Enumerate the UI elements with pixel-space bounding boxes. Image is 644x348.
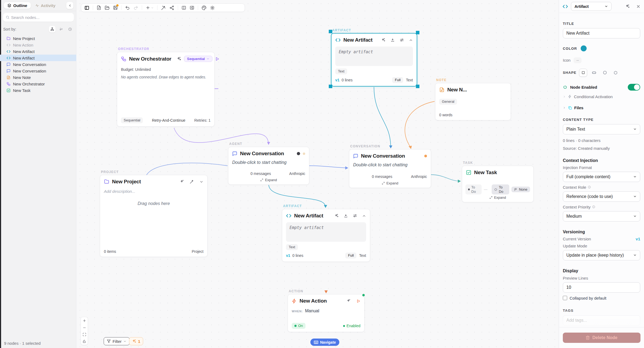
expand-button[interactable]: Expand bbox=[349, 181, 431, 185]
sort-hierarchy-button[interactable] bbox=[49, 26, 55, 32]
add-node-button[interactable] bbox=[146, 5, 154, 10]
node-task[interactable]: TASK New Task To Do — To Do None Expand bbox=[462, 166, 534, 202]
artifact-content-placeholder[interactable]: Empty artifact bbox=[335, 47, 413, 66]
files-label[interactable]: Files bbox=[574, 105, 583, 110]
lock-button[interactable] bbox=[83, 340, 86, 343]
priority-chip[interactable]: None bbox=[511, 187, 530, 193]
undo-icon[interactable] bbox=[125, 5, 130, 10]
delete-node-button[interactable]: Delete Node bbox=[563, 333, 640, 343]
tab-outline[interactable]: Outline bbox=[4, 2, 31, 9]
download-icon[interactable] bbox=[344, 214, 348, 218]
color-swatch[interactable] bbox=[581, 45, 587, 51]
ai-suggestions-button[interactable]: 1 bbox=[129, 337, 143, 345]
selection-handle[interactable] bbox=[329, 85, 332, 88]
navigate-button[interactable]: Navigate bbox=[310, 339, 339, 346]
artifact-content-placeholder[interactable]: Empty artifact bbox=[286, 222, 366, 242]
mode-select[interactable]: Sequential bbox=[184, 56, 212, 62]
sparkles-icon[interactable] bbox=[180, 180, 184, 184]
injection-format-select[interactable]: Full (complete content) bbox=[563, 172, 640, 182]
sidebar-toggle-icon[interactable] bbox=[84, 5, 89, 10]
node-artifact[interactable]: ARTIFACT New Artifact Empty artifact Tex… bbox=[282, 209, 370, 262]
sliders-icon[interactable] bbox=[400, 38, 404, 42]
node-type-select[interactable]: Artifact bbox=[571, 2, 612, 11]
shape-circle-option[interactable] bbox=[601, 69, 609, 77]
tags-input[interactable] bbox=[563, 315, 640, 326]
chevron-up-icon[interactable] bbox=[362, 214, 366, 218]
node-artifact-selected[interactable]: ARTIFACT New Artifact Empty artifact Tex… bbox=[331, 33, 417, 87]
description-placeholder[interactable]: Add description... bbox=[100, 185, 207, 194]
chevron-down-icon[interactable] bbox=[199, 180, 203, 184]
run-icon[interactable] bbox=[356, 299, 360, 303]
node-enabled-toggle[interactable] bbox=[628, 84, 640, 91]
list-item-note[interactable]: New Note bbox=[0, 74, 76, 81]
sort-recent-button[interactable] bbox=[67, 26, 73, 32]
fit-view-button[interactable] bbox=[83, 333, 86, 336]
node-project[interactable]: PROJECT New Project Add description... D… bbox=[100, 175, 208, 257]
node-conversation-agent[interactable]: AGENT New Conversation Double-click to s… bbox=[228, 147, 309, 185]
context-priority-select[interactable]: Medium bbox=[563, 211, 640, 221]
shape-rounded-option[interactable] bbox=[590, 69, 598, 77]
list-item-orchestrator[interactable]: New Orchestrator bbox=[0, 81, 76, 87]
close-icon[interactable] bbox=[636, 4, 640, 9]
expand-button[interactable]: Expand bbox=[462, 195, 533, 200]
update-mode-select[interactable]: Update in place (keep history) bbox=[563, 250, 640, 260]
magic-wand-icon[interactable] bbox=[190, 180, 194, 184]
list-item-task[interactable]: New Task bbox=[0, 87, 76, 94]
sparkles-icon[interactable] bbox=[334, 214, 339, 218]
list-item-project[interactable]: New Project bbox=[0, 35, 76, 42]
sparkles-icon[interactable] bbox=[381, 38, 386, 42]
list-item-conversation[interactable]: New Conversation bbox=[0, 68, 76, 74]
zoom-out-button[interactable] bbox=[83, 326, 86, 330]
tab-activity[interactable]: Activity bbox=[33, 2, 58, 9]
todo-chip[interactable]: To Do bbox=[492, 184, 509, 194]
sliders-icon[interactable] bbox=[353, 214, 357, 218]
magic-wand-icon[interactable] bbox=[161, 5, 166, 10]
run-icon[interactable] bbox=[215, 57, 219, 61]
collapse-sidebar-button[interactable] bbox=[66, 2, 73, 9]
chevron-up-icon[interactable] bbox=[409, 38, 413, 42]
selection-handle[interactable] bbox=[416, 85, 419, 88]
list-item-action[interactable]: New Action bbox=[0, 42, 76, 48]
node-action[interactable]: ACTION New Action WHEN: Manual On Enable… bbox=[288, 294, 364, 332]
download-icon[interactable] bbox=[390, 38, 395, 42]
collapsed-default-checkbox[interactable] bbox=[563, 296, 567, 300]
palette-icon[interactable] bbox=[202, 5, 206, 10]
when-value[interactable]: Manual bbox=[305, 309, 319, 313]
conditional-activation-label[interactable]: Conditional Activation bbox=[574, 94, 613, 99]
redo-icon[interactable] bbox=[133, 5, 138, 10]
sparkles-icon[interactable] bbox=[625, 4, 630, 9]
settings-gear-icon[interactable] bbox=[210, 5, 215, 10]
node-conversation[interactable]: CONVERSATION New Conversation Double-cli… bbox=[349, 149, 431, 188]
list-item-artifact[interactable]: New Artifact bbox=[0, 48, 76, 55]
view-text-toggle[interactable]: Text bbox=[359, 253, 366, 258]
sparkles-icon[interactable] bbox=[177, 57, 181, 61]
shape-hexagon-option[interactable] bbox=[612, 69, 620, 77]
context-role-select[interactable]: Reference (code to use) bbox=[563, 191, 640, 202]
chat-hint[interactable]: Double-click to start chatting bbox=[228, 157, 309, 165]
view-text-toggle[interactable]: Text bbox=[406, 78, 413, 82]
shape-square-option[interactable] bbox=[579, 69, 587, 77]
title-input[interactable] bbox=[563, 28, 640, 38]
sort-alpha-button[interactable] bbox=[58, 26, 64, 32]
preview-lines-input[interactable] bbox=[563, 282, 640, 293]
filter-button[interactable]: Filter bbox=[104, 337, 130, 345]
chat-hint[interactable]: Double-click to start chatting bbox=[349, 159, 431, 167]
view-full-toggle[interactable]: Full bbox=[392, 77, 403, 83]
zoom-in-button[interactable] bbox=[83, 319, 86, 323]
node-note[interactable]: NOTE New N... General 0 words bbox=[435, 83, 511, 120]
split-view-icon[interactable] bbox=[182, 5, 186, 10]
selection-handle[interactable] bbox=[416, 31, 419, 34]
sparkles-icon[interactable] bbox=[347, 299, 351, 303]
share-graph-icon[interactable] bbox=[169, 5, 174, 10]
open-folder-icon[interactable] bbox=[105, 5, 110, 10]
search-nodes-box[interactable] bbox=[3, 13, 74, 22]
list-item-conversation[interactable]: New Conversation bbox=[0, 61, 76, 68]
icon-picker[interactable]: -- bbox=[574, 57, 581, 63]
node-orchestrator[interactable]: ORCHESTRATOR New Orchestrator Sequential… bbox=[117, 52, 215, 127]
panel-collapse-icon[interactable] bbox=[190, 5, 194, 10]
content-type-select[interactable]: Plain Text bbox=[563, 124, 640, 134]
new-file-icon[interactable] bbox=[97, 5, 101, 10]
selection-handle[interactable] bbox=[329, 30, 332, 33]
expand-button[interactable]: Expand bbox=[228, 178, 309, 182]
search-input[interactable] bbox=[11, 15, 71, 20]
